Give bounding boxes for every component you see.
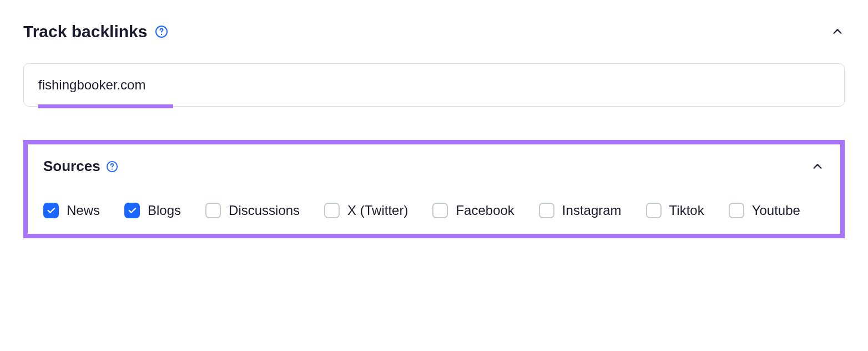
checkbox-label: News xyxy=(67,203,100,218)
source-checkbox-item[interactable]: Facebook xyxy=(432,203,514,218)
sources-title: Sources xyxy=(43,158,100,175)
source-checkbox-item[interactable]: X (Twitter) xyxy=(324,203,408,218)
checkbox[interactable] xyxy=(539,203,554,218)
checkbox[interactable] xyxy=(729,203,744,218)
checkbox-label: Discussions xyxy=(229,203,300,218)
svg-point-1 xyxy=(161,34,162,35)
help-icon[interactable] xyxy=(106,161,118,173)
checkbox[interactable] xyxy=(646,203,662,218)
checkbox-label: Blogs xyxy=(148,203,181,218)
chevron-up-icon[interactable] xyxy=(810,159,825,174)
sources-checkbox-row: NewsBlogsDiscussionsX (Twitter)FacebookI… xyxy=(43,203,825,218)
source-checkbox-item[interactable]: Youtube xyxy=(729,203,800,218)
checkbox[interactable] xyxy=(205,203,221,218)
checkbox-label: Youtube xyxy=(752,203,800,218)
source-checkbox-item[interactable]: Blogs xyxy=(124,203,181,218)
help-icon[interactable] xyxy=(155,25,168,38)
chevron-up-icon[interactable] xyxy=(830,24,845,39)
source-checkbox-item[interactable]: Instagram xyxy=(539,203,622,218)
track-backlinks-section: Track backlinks xyxy=(23,22,845,107)
checkbox[interactable] xyxy=(43,203,59,218)
sources-section: Sources NewsBlogsDiscussionsX (Twitter)F… xyxy=(23,140,845,238)
title-group: Sources xyxy=(43,158,118,175)
checkbox-label: Tiktok xyxy=(669,203,704,218)
source-checkbox-item[interactable]: Tiktok xyxy=(646,203,704,218)
domain-input[interactable] xyxy=(23,63,845,107)
checkbox-label: Facebook xyxy=(456,203,514,218)
title-group: Track backlinks xyxy=(23,22,168,41)
sources-header: Sources xyxy=(43,158,825,175)
track-backlinks-header: Track backlinks xyxy=(23,22,845,41)
accent-underline xyxy=(38,104,173,108)
source-checkbox-item[interactable]: News xyxy=(43,203,100,218)
checkbox-label: X (Twitter) xyxy=(347,203,408,218)
checkbox[interactable] xyxy=(124,203,140,218)
track-backlinks-title: Track backlinks xyxy=(23,22,147,41)
source-checkbox-item[interactable]: Discussions xyxy=(205,203,300,218)
checkbox-label: Instagram xyxy=(562,203,622,218)
checkbox[interactable] xyxy=(432,203,448,218)
svg-point-3 xyxy=(112,168,113,169)
domain-input-wrapper xyxy=(23,63,845,107)
checkbox[interactable] xyxy=(324,203,340,218)
